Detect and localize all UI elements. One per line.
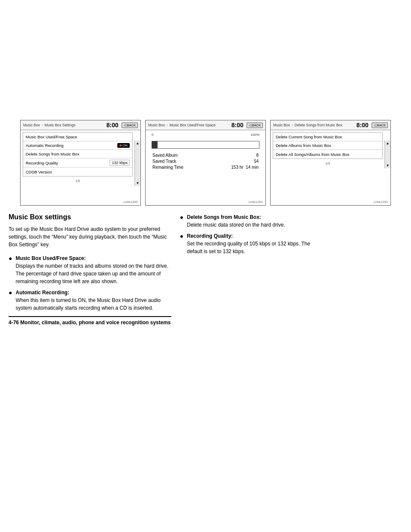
screen2-back-button[interactable]: ◁ BACK [247, 123, 263, 128]
screen3-arrow: › [292, 123, 293, 127]
bullet-title-recording-quality: Recording Quality: [187, 233, 232, 239]
intro-text: To set up the Music Box Hard Drive audio… [9, 225, 171, 248]
progress-labels: 0 100% [148, 133, 263, 137]
screen3-body: Delete Current Song from Music Box Delet… [271, 130, 390, 168]
screen3-footer: 1/3 [273, 161, 383, 166]
section-title: Music Box settings [9, 213, 171, 221]
bullet-content-used-free-space: Music Box Used/Free Space: Displays the … [15, 254, 171, 285]
bullet-dot-2: ● [9, 289, 12, 312]
bullet-dot-1: ● [9, 254, 12, 285]
screen2-used-free-space: Music Box › Music Box Used/Free Space 8:… [145, 120, 266, 206]
bullet-dot-3: ● [180, 213, 183, 229]
remaining-time-value: 153 hr 14 min [231, 165, 259, 170]
screen2-breadcrumb-end: Music Box Used/Free Space [170, 123, 216, 127]
screen2-breadcrumb-start: Music Box [148, 123, 165, 127]
screen1-breadcrumb-start: Music Box [23, 123, 40, 127]
menu-item-delete-current-song[interactable]: Delete Current Song from Music Box [273, 133, 382, 141]
screen1-body: Music Box Used/Free Space Automatic Reco… [21, 130, 140, 186]
left-column: Music Box settings To set up the Music B… [9, 213, 171, 326]
menu-item-delete-albums[interactable]: Delete Albums from Music Box [273, 141, 382, 150]
bullet-item-used-free-space: ● Music Box Used/Free Space: Displays th… [9, 254, 171, 285]
bullet-title-used-free-space: Music Box Used/Free Space: [15, 255, 86, 261]
scroll-up-arrow[interactable]: ▲ [136, 141, 140, 145]
screen2-lha-label: LHA1291 [249, 200, 263, 204]
stats-row-saved-track: Saved Track 54 [152, 159, 259, 164]
screen1-arrow: › [42, 123, 43, 127]
saved-album-label: Saved Album [152, 153, 256, 158]
auto-recording-on-badge: ON [117, 143, 130, 148]
remaining-time-label: Remaining Time [152, 165, 231, 170]
screen3-scroll-sidebar: ▲ ▼ [384, 140, 390, 168]
screen3-scroll-up[interactable]: ▲ [386, 141, 390, 145]
scroll-down-arrow[interactable]: ▼ [136, 181, 140, 185]
screen3-lha-label: LHA1292 [374, 200, 388, 204]
bullet-content-recording-quality: Recording Quality: Set the recording qua… [187, 232, 325, 255]
screen3-scroll-down[interactable]: ▼ [386, 164, 390, 167]
menu-item-delete-songs[interactable]: Delete Songs from Music Box [23, 150, 132, 158]
page-footer: 4-76 Monitor, climate, audio, phone and … [9, 316, 171, 326]
menu-item-cddb-version[interactable]: CDDB Version [23, 167, 132, 176]
bullet-item-recording-quality: ● Recording Quality: Set the recording q… [180, 232, 325, 255]
progress-left-label: 0 [152, 133, 153, 137]
screen1-footer: 1/5 [23, 178, 133, 184]
bullet-title-auto-recording: Automatic Recording: [15, 290, 69, 296]
bullet-item-auto-recording: ● Automatic Recording: When this item is… [9, 289, 171, 312]
content-area: Music Box settings To set up the Music B… [9, 213, 402, 326]
progress-bar-container [152, 141, 259, 149]
screen1-music-box-settings: Music Box › Music Box Settings 8:00 ◁ BA… [20, 120, 141, 206]
saved-track-label: Saved Track [152, 159, 254, 164]
on-dot [119, 144, 122, 146]
screen1-breadcrumb: Music Box › Music Box Settings [23, 123, 75, 127]
menu-item-used-free-space[interactable]: Music Box Used/Free Space [23, 133, 132, 141]
screen1-back-button[interactable]: ◁ BACK [122, 123, 138, 128]
bullet-text-delete-songs: Delete music data stored on the hard dri… [187, 222, 285, 228]
bullet-text-recording-quality: Set the recording quality of 105 kbps or… [187, 241, 310, 254]
screen3-delete-songs: Music Box › Delete Songs from Music Box … [270, 120, 391, 206]
bullet-text-auto-recording: When this item is turned to ON, the Musi… [15, 297, 161, 311]
screen3-breadcrumb: Music Box › Delete Songs from Music Box [273, 123, 342, 127]
bullet-item-delete-songs: ● Delete Songs from Music Box: Delete mu… [180, 213, 325, 229]
screen3-menu-list: Delete Current Song from Music Box Delet… [273, 132, 383, 159]
bullet-section-left: ● Music Box Used/Free Space: Displays th… [9, 254, 171, 312]
menu-item-delete-all[interactable]: Delete All Songs/Albums from Music Box [273, 150, 382, 158]
saved-track-value: 54 [254, 159, 259, 164]
bullet-text-used-free-space: Displays the number of tracks and albums… [15, 263, 168, 284]
screen2-breadcrumb: Music Box › Music Box Used/Free Space [148, 123, 216, 127]
screen1-menu-list: Music Box Used/Free Space Automatic Reco… [23, 132, 133, 176]
screen3-header: Music Box › Delete Songs from Music Box … [271, 120, 390, 130]
screen2-header: Music Box › Music Box Used/Free Space 8:… [146, 120, 265, 130]
screen1-scroll-sidebar: ▲ ▼ [134, 140, 140, 186]
screen1-lha-label: LHA1290 [124, 200, 138, 204]
bullet-section-right: ● Delete Songs from Music Box: Delete mu… [180, 213, 325, 255]
menu-item-auto-recording[interactable]: Automatic Recording ON [23, 141, 132, 150]
screen1-time: 8:00 [107, 122, 119, 129]
screen1-header: Music Box › Music Box Settings 8:00 ◁ BA… [21, 120, 140, 130]
stats-row-remaining-time: Remaining Time 153 hr 14 min [152, 165, 259, 170]
stats-table: Saved Album 8 Saved Track 54 Remaining T… [152, 153, 259, 170]
progress-bar-fill [152, 141, 158, 148]
screenshots-row: Music Box › Music Box Settings 8:00 ◁ BA… [9, 120, 402, 206]
saved-album-value: 8 [256, 153, 259, 158]
screen3-time: 8:00 [357, 122, 369, 129]
screen2-body: 0 100% Saved Album 8 Saved Track 54 Rema… [146, 130, 265, 176]
recording-quality-value: 132 kbps [110, 160, 130, 166]
screen2-time: 8:00 [232, 122, 244, 129]
bullet-dot-4: ● [180, 232, 183, 255]
bullet-title-delete-songs: Delete Songs from Music Box: [187, 214, 261, 220]
screen2-arrow: › [167, 123, 168, 127]
progress-right-label: 100% [251, 133, 259, 137]
bullet-content-delete-songs: Delete Songs from Music Box: Delete musi… [187, 213, 285, 229]
screen1-breadcrumb-end: Music Box Settings [45, 123, 75, 127]
screen3-breadcrumb-start: Music Box [273, 123, 290, 127]
bullet-content-auto-recording: Automatic Recording: When this item is t… [15, 289, 171, 312]
screen3-back-button[interactable]: ◁ BACK [372, 123, 388, 128]
menu-item-recording-quality[interactable]: Recording Quality 132 kbps [23, 158, 132, 167]
right-column: ● Delete Songs from Music Box: Delete mu… [180, 213, 325, 326]
stats-row-saved-album: Saved Album 8 [152, 153, 259, 158]
screen3-breadcrumb-end: Delete Songs from Music Box [295, 123, 342, 127]
